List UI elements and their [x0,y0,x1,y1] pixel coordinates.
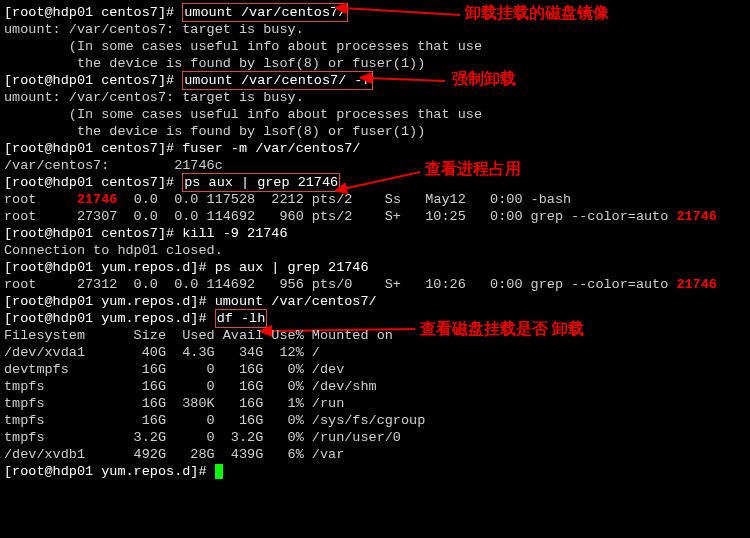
highlight-box: df -lh [215,309,268,328]
terminal-line: [root@hdp01 yum.repos.d]# ps aux | grep … [4,259,750,276]
shell-prompt: [root@hdp01 yum.repos.d]# [4,464,215,479]
command: ps aux | grep 21746 [215,260,369,275]
terminal-line: [root@hdp01 centos7]# umount /var/centos… [4,4,750,21]
command: kill -9 21746 [182,226,287,241]
annotation-label: 卸载挂载的磁盘镜像 [465,4,609,21]
shell-prompt: [root@hdp01 yum.repos.d]# [4,260,215,275]
terminal-line: root 21746 0.0 0.0 117528 2212 pts/2 Ss … [4,191,750,208]
terminal-line: Connection to hdp01 closed. [4,242,750,259]
terminal-line: (In some cases useful info about process… [4,106,750,123]
terminal-line: Filesystem Size Used Avail Use% Mounted … [4,327,750,344]
terminal-line: [root@hdp01 centos7]# umount /var/centos… [4,72,750,89]
shell-prompt: [root@hdp01 centos7]# [4,73,182,88]
output-text: (In some cases useful info about process… [4,39,482,54]
df-row: tmpfs 3.2G 0 3.2G 0% /run/user/0 [4,430,401,445]
output-text: root [4,192,77,207]
df-row: tmpfs 16G 0 16G 0% /dev/shm [4,379,377,394]
terminal-line: [root@hdp01 yum.repos.d]# df -lh [4,310,750,327]
annotation-label: 强制卸载 [452,70,516,87]
output-text: (In some cases useful info about process… [4,107,482,122]
terminal-line: umount: /var/centos7: target is busy. [4,89,750,106]
output-text: 0.0 0.0 117528 2212 pts/2 Ss May12 0:00 … [117,192,571,207]
terminal-line: tmpfs 16G 0 16G 0% /dev/shm [4,378,750,395]
df-header: Filesystem Size Used Avail Use% Mounted … [4,328,393,343]
command: df -lh [217,311,266,326]
output-text: /var/centos7: 21746c [4,158,223,173]
terminal-line: tmpfs 16G 380K 16G 1% /run [4,395,750,412]
terminal-line: (In some cases useful info about process… [4,38,750,55]
terminal-line: umount: /var/centos7: target is busy. [4,21,750,38]
shell-prompt: [root@hdp01 yum.repos.d]# [4,294,215,309]
command: fuser -m /var/centos7/ [182,141,360,156]
terminal-line: devtmpfs 16G 0 16G 0% /dev [4,361,750,378]
cursor [215,464,223,479]
terminal-line: the device is found by lsof(8) or fuser(… [4,55,750,72]
shell-prompt: [root@hdp01 yum.repos.d]# [4,311,215,326]
df-row: devtmpfs 16G 0 16G 0% /dev [4,362,344,377]
shell-prompt: [root@hdp01 centos7]# [4,5,182,20]
terminal-line: root 27312 0.0 0.0 114692 956 pts/0 S+ 1… [4,276,750,293]
terminal-line[interactable]: [root@hdp01 yum.repos.d]# [4,463,750,480]
terminal-line: the device is found by lsof(8) or fuser(… [4,123,750,140]
command: umount /var/centos7/ [184,5,346,20]
terminal-line: tmpfs 16G 0 16G 0% /sys/fs/cgroup [4,412,750,429]
command: ps aux | grep 21746 [184,175,338,190]
highlight-box: umount /var/centos7/ [182,3,348,22]
highlighted-pid: 21746 [77,192,118,207]
output-text: umount: /var/centos7: target is busy. [4,22,304,37]
shell-prompt: [root@hdp01 centos7]# [4,141,182,156]
output-text: root 27307 0.0 0.0 114692 960 pts/2 S+ 1… [4,209,676,224]
terminal-line: root 27307 0.0 0.0 114692 960 pts/2 S+ 1… [4,208,750,225]
terminal-line: /dev/xvdb1 492G 28G 439G 6% /var [4,446,750,463]
terminal-line: [root@hdp01 centos7]# ps aux | grep 2174… [4,174,750,191]
df-row: tmpfs 16G 380K 16G 1% /run [4,396,344,411]
command: umount /var/centos7/ [215,294,377,309]
command: umount /var/centos7/ -f [184,73,370,88]
shell-prompt: [root@hdp01 centos7]# [4,175,182,190]
output-text: the device is found by lsof(8) or fuser(… [4,124,425,139]
highlight-box: ps aux | grep 21746 [182,173,340,192]
terminal-line: tmpfs 3.2G 0 3.2G 0% /run/user/0 [4,429,750,446]
terminal-line: [root@hdp01 yum.repos.d]# umount /var/ce… [4,293,750,310]
terminal-line: /dev/xvda1 40G 4.3G 34G 12% / [4,344,750,361]
terminal-line: [root@hdp01 centos7]# kill -9 21746 [4,225,750,242]
output-text: the device is found by lsof(8) or fuser(… [4,56,425,71]
highlighted-pid: 21746 [676,209,717,224]
shell-prompt: [root@hdp01 centos7]# [4,226,182,241]
df-row: /dev/xvdb1 492G 28G 439G 6% /var [4,447,344,462]
highlighted-pid: 21746 [676,277,717,292]
output-text: umount: /var/centos7: target is busy. [4,90,304,105]
output-text: Connection to hdp01 closed. [4,243,223,258]
annotation-label: 查看进程占用 [425,160,521,177]
terminal-line: [root@hdp01 centos7]# fuser -m /var/cent… [4,140,750,157]
terminal-line: /var/centos7: 21746c [4,157,750,174]
df-row: /dev/xvda1 40G 4.3G 34G 12% / [4,345,320,360]
highlight-box: umount /var/centos7/ -f [182,71,372,90]
df-row: tmpfs 16G 0 16G 0% /sys/fs/cgroup [4,413,425,428]
output-text: root 27312 0.0 0.0 114692 956 pts/0 S+ 1… [4,277,676,292]
